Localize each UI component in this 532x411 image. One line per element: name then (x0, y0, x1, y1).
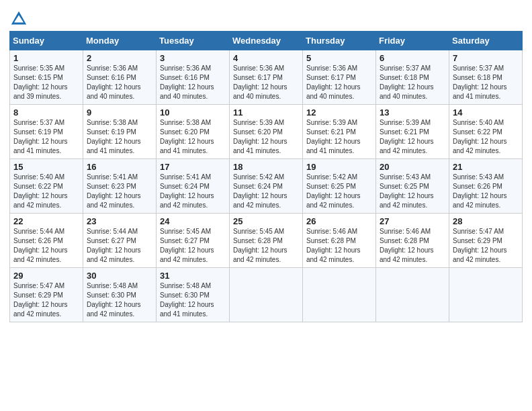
day-number: 9 (87, 107, 152, 118)
week-row-3: 15Sunrise: 5:40 AMSunset: 6:22 PMDayligh… (10, 159, 523, 214)
week-row-2: 8Sunrise: 5:37 AMSunset: 6:19 PMDaylight… (10, 105, 523, 159)
day-info: Sunrise: 5:46 AMSunset: 6:28 PMDaylight:… (380, 228, 434, 263)
day-cell: 10Sunrise: 5:38 AMSunset: 6:20 PMDayligh… (157, 105, 230, 159)
day-cell: 28Sunrise: 5:47 AMSunset: 6:29 PMDayligh… (449, 214, 523, 268)
week-row-5: 29Sunrise: 5:47 AMSunset: 6:29 PMDayligh… (10, 268, 523, 322)
day-info: Sunrise: 5:48 AMSunset: 6:30 PMDaylight:… (160, 282, 214, 318)
day-cell: 23Sunrise: 5:44 AMSunset: 6:27 PMDayligh… (83, 214, 157, 268)
col-header-friday: Friday (376, 32, 449, 50)
day-cell (230, 268, 303, 322)
day-info: Sunrise: 5:37 AMSunset: 6:18 PMDaylight:… (380, 64, 434, 100)
day-number: 28 (453, 216, 519, 226)
day-cell: 17Sunrise: 5:41 AMSunset: 6:24 PMDayligh… (157, 159, 230, 214)
day-cell: 26Sunrise: 5:46 AMSunset: 6:28 PMDayligh… (303, 214, 376, 268)
col-header-monday: Monday (83, 32, 157, 50)
day-info: Sunrise: 5:44 AMSunset: 6:26 PMDaylight:… (13, 228, 68, 263)
col-header-wednesday: Wednesday (230, 32, 303, 50)
day-number: 16 (87, 162, 152, 172)
day-info: Sunrise: 5:40 AMSunset: 6:22 PMDaylight:… (13, 173, 68, 209)
day-cell: 27Sunrise: 5:46 AMSunset: 6:28 PMDayligh… (376, 214, 449, 268)
day-cell: 1Sunrise: 5:35 AMSunset: 6:15 PMDaylight… (10, 50, 83, 105)
day-cell: 24Sunrise: 5:45 AMSunset: 6:27 PMDayligh… (157, 214, 230, 268)
day-cell: 6Sunrise: 5:37 AMSunset: 6:18 PMDaylight… (376, 50, 449, 105)
day-number: 11 (233, 107, 299, 118)
day-cell: 13Sunrise: 5:39 AMSunset: 6:21 PMDayligh… (376, 105, 449, 159)
day-info: Sunrise: 5:45 AMSunset: 6:28 PMDaylight:… (233, 228, 287, 263)
day-info: Sunrise: 5:39 AMSunset: 6:21 PMDaylight:… (306, 119, 361, 154)
day-cell (376, 268, 449, 322)
day-info: Sunrise: 5:47 AMSunset: 6:29 PMDaylight:… (13, 282, 68, 318)
day-cell: 8Sunrise: 5:37 AMSunset: 6:19 PMDaylight… (10, 105, 83, 159)
day-info: Sunrise: 5:43 AMSunset: 6:25 PMDaylight:… (380, 173, 434, 209)
day-cell: 19Sunrise: 5:42 AMSunset: 6:25 PMDayligh… (303, 159, 376, 214)
day-cell: 7Sunrise: 5:37 AMSunset: 6:18 PMDaylight… (449, 50, 523, 105)
day-cell: 11Sunrise: 5:39 AMSunset: 6:20 PMDayligh… (230, 105, 303, 159)
col-header-sunday: Sunday (10, 32, 83, 50)
day-number: 31 (160, 271, 226, 281)
day-info: Sunrise: 5:42 AMSunset: 6:25 PMDaylight:… (306, 173, 361, 209)
day-number: 1 (13, 53, 79, 63)
day-number: 27 (380, 216, 445, 226)
day-number: 29 (13, 271, 79, 281)
day-info: Sunrise: 5:47 AMSunset: 6:29 PMDaylight:… (453, 228, 507, 263)
week-row-4: 22Sunrise: 5:44 AMSunset: 6:26 PMDayligh… (10, 214, 523, 268)
day-number: 22 (13, 216, 79, 226)
day-number: 5 (306, 53, 372, 63)
logo (9, 9, 31, 28)
day-number: 10 (160, 107, 226, 118)
day-info: Sunrise: 5:36 AMSunset: 6:17 PMDaylight:… (233, 64, 287, 100)
day-number: 14 (453, 107, 519, 118)
day-number: 12 (306, 107, 372, 118)
day-cell: 12Sunrise: 5:39 AMSunset: 6:21 PMDayligh… (303, 105, 376, 159)
day-number: 30 (87, 271, 152, 281)
day-info: Sunrise: 5:48 AMSunset: 6:30 PMDaylight:… (87, 282, 141, 318)
day-cell: 4Sunrise: 5:36 AMSunset: 6:17 PMDaylight… (230, 50, 303, 105)
day-cell: 25Sunrise: 5:45 AMSunset: 6:28 PMDayligh… (230, 214, 303, 268)
day-info: Sunrise: 5:44 AMSunset: 6:27 PMDaylight:… (87, 228, 141, 263)
day-cell: 3Sunrise: 5:36 AMSunset: 6:16 PMDaylight… (157, 50, 230, 105)
col-header-tuesday: Tuesday (157, 32, 230, 50)
day-info: Sunrise: 5:38 AMSunset: 6:19 PMDaylight:… (87, 119, 141, 154)
calendar-table: SundayMondayTuesdayWednesdayThursdayFrid… (9, 31, 523, 322)
day-info: Sunrise: 5:36 AMSunset: 6:17 PMDaylight:… (306, 64, 361, 100)
day-cell: 31Sunrise: 5:48 AMSunset: 6:30 PMDayligh… (157, 268, 230, 322)
day-cell (303, 268, 376, 322)
day-cell: 18Sunrise: 5:42 AMSunset: 6:24 PMDayligh… (230, 159, 303, 214)
day-number: 17 (160, 162, 226, 172)
day-cell: 20Sunrise: 5:43 AMSunset: 6:25 PMDayligh… (376, 159, 449, 214)
day-info: Sunrise: 5:37 AMSunset: 6:19 PMDaylight:… (13, 119, 68, 154)
day-number: 8 (13, 107, 79, 118)
day-info: Sunrise: 5:36 AMSunset: 6:16 PMDaylight:… (87, 64, 141, 100)
day-number: 13 (380, 107, 445, 118)
day-info: Sunrise: 5:42 AMSunset: 6:24 PMDaylight:… (233, 173, 287, 209)
day-number: 18 (233, 162, 299, 172)
day-cell (449, 268, 523, 322)
day-cell: 16Sunrise: 5:41 AMSunset: 6:23 PMDayligh… (83, 159, 157, 214)
header (9, 7, 523, 28)
col-header-saturday: Saturday (449, 32, 523, 50)
day-cell: 5Sunrise: 5:36 AMSunset: 6:17 PMDaylight… (303, 50, 376, 105)
day-cell: 29Sunrise: 5:47 AMSunset: 6:29 PMDayligh… (10, 268, 83, 322)
main-container: SundayMondayTuesdayWednesdayThursdayFrid… (0, 0, 532, 329)
day-info: Sunrise: 5:39 AMSunset: 6:21 PMDaylight:… (380, 119, 434, 154)
day-cell: 9Sunrise: 5:38 AMSunset: 6:19 PMDaylight… (83, 105, 157, 159)
day-cell: 30Sunrise: 5:48 AMSunset: 6:30 PMDayligh… (83, 268, 157, 322)
day-info: Sunrise: 5:46 AMSunset: 6:28 PMDaylight:… (306, 228, 361, 263)
day-info: Sunrise: 5:45 AMSunset: 6:27 PMDaylight:… (160, 228, 214, 263)
day-info: Sunrise: 5:38 AMSunset: 6:20 PMDaylight:… (160, 119, 214, 154)
day-number: 6 (380, 53, 445, 63)
logo-icon (9, 9, 28, 28)
day-number: 7 (453, 53, 519, 63)
day-number: 3 (160, 53, 226, 63)
day-cell: 15Sunrise: 5:40 AMSunset: 6:22 PMDayligh… (10, 159, 83, 214)
day-info: Sunrise: 5:41 AMSunset: 6:23 PMDaylight:… (87, 173, 141, 209)
day-number: 20 (380, 162, 445, 172)
day-info: Sunrise: 5:40 AMSunset: 6:22 PMDaylight:… (453, 119, 507, 154)
day-number: 25 (233, 216, 299, 226)
day-number: 23 (87, 216, 152, 226)
week-row-1: 1Sunrise: 5:35 AMSunset: 6:15 PMDaylight… (10, 50, 523, 105)
col-header-thursday: Thursday (303, 32, 376, 50)
day-info: Sunrise: 5:35 AMSunset: 6:15 PMDaylight:… (13, 64, 68, 100)
day-info: Sunrise: 5:37 AMSunset: 6:18 PMDaylight:… (453, 64, 507, 100)
day-cell: 21Sunrise: 5:43 AMSunset: 6:26 PMDayligh… (449, 159, 523, 214)
